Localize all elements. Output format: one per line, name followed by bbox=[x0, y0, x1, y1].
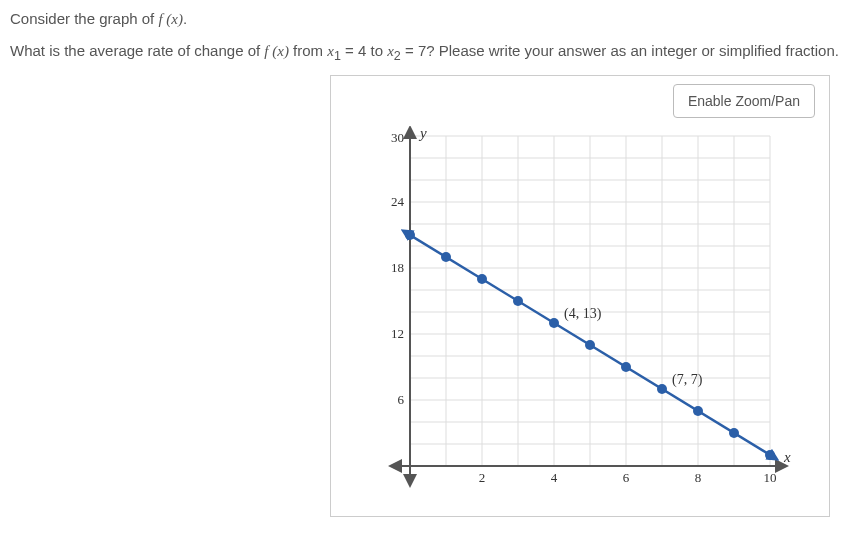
svg-point-35 bbox=[693, 406, 703, 416]
y-tick-24: 24 bbox=[391, 194, 405, 209]
svg-point-30 bbox=[513, 296, 523, 306]
x-tick-6: 6 bbox=[623, 470, 630, 485]
svg-point-36 bbox=[729, 428, 739, 438]
q-mid1: from bbox=[289, 42, 327, 59]
graph-panel: Enable Zoom/Pan bbox=[330, 75, 830, 517]
intro-fn: f (x) bbox=[158, 11, 183, 27]
grid bbox=[410, 136, 770, 466]
svg-point-37 bbox=[765, 450, 775, 460]
q-fn: f (x) bbox=[264, 43, 289, 59]
svg-point-27 bbox=[405, 230, 415, 240]
q-suffix: ? Please write your answer as an integer… bbox=[426, 42, 839, 59]
annotation-7-7: (7, 7) bbox=[672, 372, 703, 388]
x-tick-8: 8 bbox=[695, 470, 702, 485]
q-eq2: = 7 bbox=[401, 42, 426, 59]
svg-point-32 bbox=[585, 340, 595, 350]
y-axis-label: y bbox=[418, 126, 427, 141]
y-tick-12: 12 bbox=[391, 326, 404, 341]
y-tick-6: 6 bbox=[398, 392, 405, 407]
intro-suffix: . bbox=[183, 10, 187, 27]
annotation-4-13: (4, 13) bbox=[564, 306, 602, 322]
q-x2: x bbox=[387, 43, 394, 59]
svg-point-33 bbox=[621, 362, 631, 372]
q-mid2: to bbox=[366, 42, 387, 59]
q-eq1: = 4 bbox=[341, 42, 366, 59]
x-tick-4: 4 bbox=[551, 470, 558, 485]
q-prefix: What is the average rate of change of bbox=[10, 42, 264, 59]
q-sub1: 1 bbox=[334, 49, 341, 63]
panel-toolbar: Enable Zoom/Pan bbox=[331, 76, 829, 126]
q-x1: x bbox=[327, 43, 334, 59]
q-sub2: 2 bbox=[394, 49, 401, 63]
x-tick-10: 10 bbox=[764, 470, 777, 485]
graph-wrap: 30 24 18 12 6 2 4 6 8 10 y x bbox=[331, 126, 829, 506]
y-tick-18: 18 bbox=[391, 260, 404, 275]
zoom-pan-button[interactable]: Enable Zoom/Pan bbox=[673, 84, 815, 118]
svg-point-31 bbox=[549, 318, 559, 328]
x-axis-label: x bbox=[783, 449, 791, 465]
chart-svg[interactable]: 30 24 18 12 6 2 4 6 8 10 y x bbox=[360, 126, 800, 506]
svg-point-29 bbox=[477, 274, 487, 284]
question-text: What is the average rate of change of f … bbox=[10, 42, 845, 63]
svg-point-28 bbox=[441, 252, 451, 262]
svg-point-34 bbox=[657, 384, 667, 394]
y-tick-30: 30 bbox=[391, 130, 404, 145]
intro-prefix: Consider the graph of bbox=[10, 10, 158, 27]
intro-text: Consider the graph of f (x). bbox=[10, 10, 845, 28]
x-tick-2: 2 bbox=[479, 470, 486, 485]
